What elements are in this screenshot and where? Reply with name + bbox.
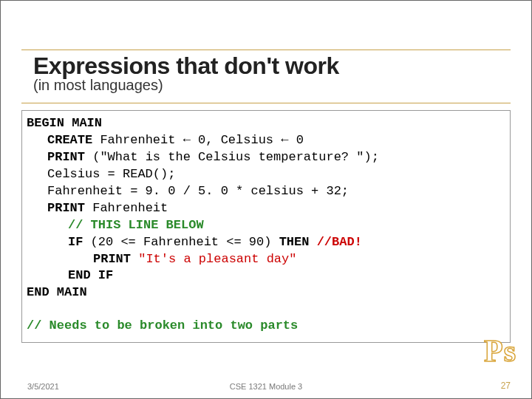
page-number: 27 bbox=[501, 381, 511, 391]
code-text: Fahrenheit bbox=[85, 201, 168, 215]
comment: // THIS LINE BELOW bbox=[68, 218, 204, 232]
code-line: END MAIN bbox=[27, 284, 505, 301]
kw-endmain: END MAIN bbox=[27, 285, 87, 299]
code-line: Celsius = READ(); bbox=[27, 166, 505, 183]
rule-bottom bbox=[21, 103, 511, 103]
kw-if: IF bbox=[68, 235, 83, 249]
ps-badge: Ps bbox=[484, 333, 516, 369]
string-text: "It's a pleasant day" bbox=[131, 252, 296, 266]
code-text: Celsius = READ(); bbox=[47, 167, 175, 181]
title-block: Expressions that don't work (in most lan… bbox=[33, 52, 499, 94]
code-line: IF (20 <= Fahrenheit <= 90) THEN //BAD! bbox=[27, 234, 505, 251]
slide-title: Expressions that don't work bbox=[33, 52, 499, 80]
kw-create: CREATE bbox=[47, 133, 92, 147]
code-line: // THIS LINE BELOW bbox=[27, 217, 505, 234]
note-comment: // Needs to be broken into two parts bbox=[27, 318, 505, 335]
code-line: PRINT ("What is the Celsius temperature?… bbox=[27, 149, 505, 166]
code-line: PRINT Fahrenheit bbox=[27, 200, 505, 217]
bad-comment: //BAD! bbox=[309, 235, 361, 249]
code-line: END IF bbox=[27, 267, 505, 284]
code-text: Fahrenheit ← 0, Celsius ← 0 bbox=[92, 133, 304, 147]
footer-center: CSE 1321 Module 3 bbox=[1, 382, 531, 391]
code-line: Fahrenheit = 9. 0 / 5. 0 * celsius + 32; bbox=[27, 183, 505, 200]
kw-print: PRINT bbox=[47, 201, 85, 215]
kw-then: THEN bbox=[279, 235, 310, 249]
kw-begin: BEGIN MAIN bbox=[27, 116, 102, 130]
kw-print: PRINT bbox=[47, 150, 85, 164]
code-line: PRINT "It's a pleasant day" bbox=[27, 251, 505, 268]
slide: Expressions that don't work (in most lan… bbox=[0, 0, 532, 399]
code-text: ("What is the Celsius temperature? "); bbox=[85, 150, 379, 164]
code-text: Fahrenheit = 9. 0 / 5. 0 * celsius + 32; bbox=[47, 184, 349, 198]
kw-print: PRINT bbox=[93, 252, 131, 266]
code-line: BEGIN MAIN bbox=[27, 115, 505, 132]
code-box: BEGIN MAIN CREATE Fahrenheit ← 0, Celsiu… bbox=[21, 110, 511, 343]
code-line: CREATE Fahrenheit ← 0, Celsius ← 0 bbox=[27, 132, 505, 149]
code-text: (20 <= Fahrenheit <= 90) bbox=[83, 235, 279, 249]
kw-endif: END IF bbox=[68, 268, 113, 282]
